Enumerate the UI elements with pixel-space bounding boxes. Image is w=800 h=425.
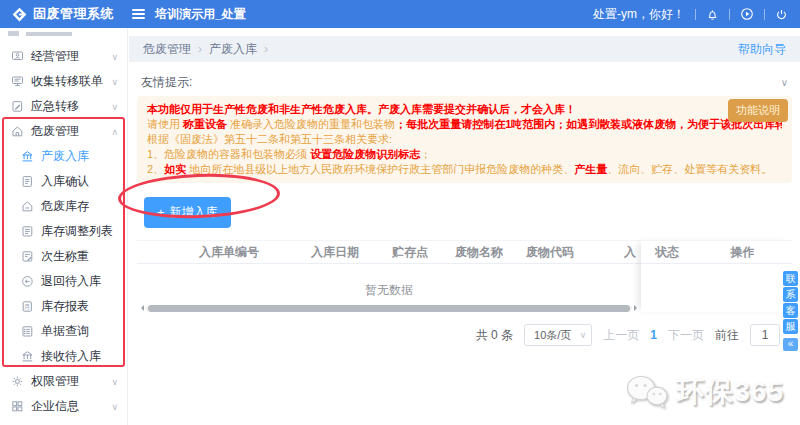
sidebar-item-hazwaste-inventory[interactable]: 危废库存 — [0, 194, 127, 219]
current-page[interactable]: 1 — [650, 328, 657, 342]
page-size-select[interactable]: 10条/页 ∨ — [524, 324, 592, 346]
scroll-left-arrow-icon[interactable] — [138, 305, 144, 311]
watermark-text: 环保365 — [676, 373, 784, 411]
next-page-button[interactable]: 下一页 — [668, 327, 704, 344]
bell-icon[interactable] — [706, 8, 719, 21]
table-header: 入库单编号 — [167, 244, 291, 261]
sidebar-item-emergency-transfer[interactable]: 应急转移 ∨ — [0, 94, 127, 119]
sidebar-item-secondary-weighing[interactable]: 次生称重 — [0, 244, 127, 269]
contact-char[interactable]: 服 — [783, 319, 798, 334]
sidebar-item-label: 应急转移 — [31, 98, 79, 115]
page-size-value: 10条/页 — [534, 328, 571, 343]
notice-text: 1、危险废物的容器和包装物必须 — [147, 148, 310, 160]
contact-char[interactable]: 客 — [783, 303, 798, 318]
app-title: 固废管理系统 — [33, 5, 114, 23]
sidebar-item-label: 库存报表 — [41, 298, 89, 315]
doc-pencil-icon — [11, 100, 24, 113]
prev-page-button[interactable]: 上一页 — [603, 327, 639, 344]
collapse-chevron-icon[interactable]: ∨ — [781, 77, 788, 88]
sidebar-item-collection-manifest[interactable]: 收集转移联单 ∨ — [0, 69, 127, 94]
friendly-tip-title: 友情提示: — [141, 74, 192, 91]
bank-icon — [21, 150, 34, 163]
notice-line-5: 2、如实 地向所在地县级以上地方人民政府环境保护行政主管部门申报危险废物的种类、… — [147, 162, 782, 177]
wechat-icon — [625, 374, 669, 410]
scroll-right-arrow-icon[interactable] — [634, 305, 640, 311]
breadcrumb-separator-icon: › — [264, 42, 268, 56]
contact-service-tab[interactable]: 联 系 客 服 « — [783, 271, 798, 351]
table-header-row: 入库单编号 入库日期 贮存点 废物名称 废物代码 入 — [137, 240, 641, 264]
divider — [695, 9, 696, 20]
sidebar-item-label: 危废管理 — [31, 123, 79, 140]
guide-play-icon[interactable] — [740, 7, 754, 21]
notice-text: 2、 — [147, 163, 164, 175]
empty-table-text: 暂无数据 — [137, 282, 641, 299]
monitor-doc-icon — [11, 75, 24, 88]
collapse-tab-button[interactable]: « — [783, 338, 798, 351]
notice-line-2: 请使用 称重设备 准确录入危险废物的重量和包装物；每批次重量请控制在1吨范围内；… — [147, 117, 782, 132]
sidebar-item-clipped — [8, 30, 72, 36]
document-icon — [21, 175, 34, 188]
function-description-button[interactable]: 功能说明 — [728, 99, 788, 122]
chevron-up-icon: ∧ — [111, 127, 118, 137]
sidebar-item-label: 接收待入库 — [41, 348, 101, 365]
sidebar-item-waste-inbound[interactable]: 产废入库 — [0, 144, 127, 169]
add-inbound-button[interactable]: + 新增入库 — [144, 197, 231, 228]
notice-line-1: 本功能仅用于生产性危废和非生产性危废入库。产废入库需要提交并确认后，才会入库！ — [147, 102, 782, 117]
breadcrumb-item[interactable]: 危废管理 — [143, 41, 191, 58]
help-wizard-link[interactable]: 帮助向导 — [738, 41, 786, 58]
calendar-month-icon: 月 — [21, 300, 34, 313]
sidebar-item-label: 收集转移联单 — [31, 73, 103, 90]
user-greeting[interactable]: 处置-ym，你好！ — [593, 6, 685, 23]
sidebar-item-return-pending[interactable]: 退回待入库 — [0, 269, 127, 294]
notice-text: 请使用 — [147, 118, 183, 130]
chevron-down-icon: ∨ — [580, 330, 587, 340]
sidebar-item-label: 危废库存 — [41, 198, 89, 215]
horizontal-scrollbar[interactable] — [137, 304, 641, 312]
notice-text: 、流向、贮存、处置等有关资料。 — [607, 163, 772, 175]
sidebar-item-document-query[interactable]: 单据查询 — [0, 319, 127, 344]
sidebar-item-inventory-report[interactable]: 月 库存报表 — [0, 294, 127, 319]
sidebar-item-hazwaste-mgmt[interactable]: 危废管理 ∧ — [0, 119, 127, 144]
contact-char[interactable]: 系 — [783, 287, 798, 302]
main-area: 危废管理 › 产废入库 › 帮助向导 友情提示: ∨ 功能说明 本功能仅用于生产… — [129, 28, 800, 425]
chevron-down-icon: ∨ — [111, 52, 118, 62]
notice-text: 地向所在地县级以上地方人民政府环境保护行政主管部门申报危险废物的种类、 — [186, 163, 574, 175]
scrollbar-track[interactable] — [146, 305, 632, 312]
notice-text-em: 如实 — [164, 163, 186, 175]
gem-logo-icon — [12, 7, 27, 22]
doc-edit-icon — [21, 250, 34, 263]
list-icon — [21, 225, 34, 238]
sidebar-item-inventory-adjust-list[interactable]: 库存调整列表 — [0, 219, 127, 244]
sidebar-item-label: 次生称重 — [41, 248, 89, 265]
plus-icon: + — [157, 208, 165, 218]
contact-char[interactable]: 联 — [783, 271, 798, 286]
divider — [729, 9, 730, 20]
notice-text-em: 设置危险废物识别标志 — [310, 148, 420, 160]
sidebar-item-receive-pending[interactable]: 接收待入库 — [0, 344, 127, 369]
inbound-table: 入库单编号 入库日期 贮存点 废物名称 废物代码 入 暂无数据 状态 — [137, 240, 792, 312]
sidebar-item-inbound-confirm[interactable]: 入库确认 — [0, 169, 127, 194]
chevron-down-icon: ∨ — [111, 402, 118, 412]
notice-line-3: 根据《固废法》第五十二条和第五十三条相关要求: — [147, 132, 782, 147]
table-fixed-header-row: 状态 操作 — [641, 240, 792, 264]
hamburger-menu-icon[interactable] — [132, 9, 145, 19]
table-header: 操作 — [693, 244, 792, 261]
goto-page-input[interactable] — [750, 324, 780, 346]
breadcrumb-item[interactable]: 产废入库 — [209, 41, 257, 58]
table-header: 入库日期 — [291, 244, 379, 261]
table-header: 贮存点 — [379, 244, 441, 261]
scrollbar-thumb[interactable] — [148, 305, 630, 312]
table-fixed-columns: 状态 操作 — [641, 240, 792, 312]
svg-text:月: 月 — [24, 303, 31, 311]
table-header: 状态 — [641, 244, 693, 261]
sidebar-item-enterprise-info[interactable]: 企业信息 ∨ — [0, 394, 127, 419]
sidebar-item-permission-mgmt[interactable]: 权限管理 ∨ — [0, 369, 127, 394]
sidebar-item-label: 经营管理 — [31, 48, 79, 65]
notice-text: 准确录入危险废物的重量和包装物 — [227, 118, 395, 130]
sidebar-item-label: 单据查询 — [41, 323, 89, 340]
table-scroll-area: 入库单编号 入库日期 贮存点 废物名称 废物代码 入 — [137, 240, 641, 312]
sidebar-item-label: 退回待入库 — [41, 273, 101, 290]
logout-power-icon[interactable] — [775, 8, 788, 21]
sidebar-item-business-mgmt[interactable]: 经营管理 ∨ — [0, 44, 127, 69]
sidebar-menu: 经营管理 ∨ 收集转移联单 ∨ 应急转移 ∨ 危废管理 ∧ — [0, 44, 127, 419]
